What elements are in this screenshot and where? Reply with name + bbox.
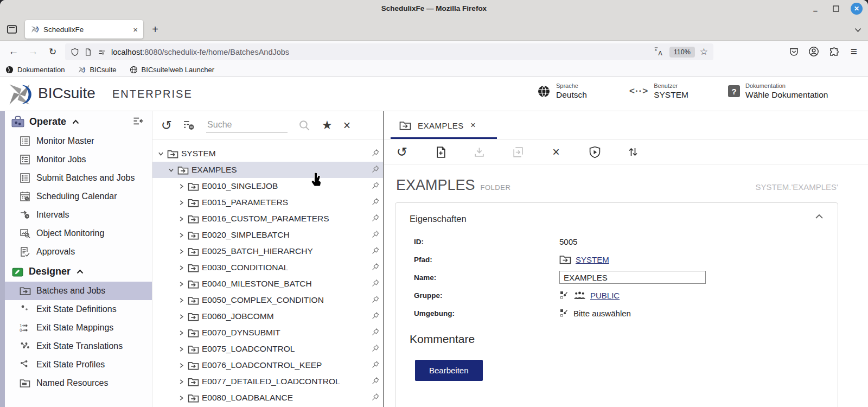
search-icon[interactable] — [298, 119, 311, 132]
sidebar-item-object-monitoring[interactable]: Object Monitoring — [5, 224, 152, 243]
pin-icon[interactable] — [372, 263, 380, 273]
documentation-selector[interactable]: ? Dokumentation Wähle Dokumentation — [728, 82, 828, 100]
user-selector[interactable]: <··> Benutzer SYSTEM — [629, 82, 688, 100]
account-button[interactable] — [807, 45, 820, 58]
language-selector[interactable]: Sprache Deutsch — [537, 82, 587, 100]
tree-item[interactable]: E0060_JOBCOMM — [152, 308, 383, 325]
sidebar-item-exit-state-mappings[interactable]: 10 Exit State Mappings — [5, 319, 152, 337]
tree-expand-chevron-icon[interactable] — [177, 330, 185, 336]
tree-item[interactable]: E0016_CUSTOM_PARAMETERS — [152, 211, 383, 227]
sidebar-item-batches-and-jobs[interactable]: Batches and Jobs — [5, 282, 152, 300]
tree-item[interactable]: E0050_COMPLEX_CONDITION — [152, 292, 383, 308]
run-protected-button[interactable] — [588, 145, 602, 159]
bookmark-dokumentation[interactable]: Dokumentation — [5, 66, 65, 74]
tree-item[interactable]: E0010_SINGLEJOB — [152, 178, 383, 194]
group-link[interactable]: PUBLIC — [590, 291, 620, 300]
pin-icon[interactable] — [372, 393, 380, 403]
choose-icon[interactable] — [559, 308, 569, 318]
translate-icon[interactable]: xA — [654, 47, 665, 57]
bookmark-star-icon[interactable]: ☆ — [700, 46, 708, 58]
pin-icon[interactable] — [372, 377, 380, 387]
sidebar-item-exit-state-translations[interactable]: Exit State Translations — [5, 337, 152, 355]
firefox-view-button[interactable] — [7, 24, 17, 35]
tree-item[interactable]: E0040_MILESTONE_BATCH — [152, 276, 383, 292]
tree-clear-icon[interactable]: × — [343, 118, 350, 133]
pin-icon[interactable] — [372, 311, 380, 322]
tree-item[interactable]: E0015_PARAMETERS — [152, 194, 383, 211]
pin-icon[interactable] — [372, 181, 380, 192]
maximize-button[interactable] — [830, 3, 842, 15]
tree-expand-chevron-icon[interactable] — [177, 395, 185, 401]
tree-expand-chevron-icon[interactable] — [177, 363, 185, 368]
sidebar-item-intervals[interactable]: Intervals — [5, 206, 152, 224]
sidebar-item-monitor-master[interactable]: Monitor Master — [5, 132, 152, 150]
pin-icon[interactable] — [372, 344, 380, 354]
sidebar-item-monitor-jobs[interactable]: Monitor Jobs — [5, 150, 152, 169]
extensions-button[interactable] — [827, 45, 840, 58]
page-info-icon[interactable] — [84, 48, 92, 56]
tree-expand-chevron-icon[interactable] — [177, 379, 185, 385]
browser-tab[interactable]: SchedulixFe × — [25, 20, 143, 39]
tree-expand-chevron-icon[interactable] — [177, 232, 185, 238]
pin-icon[interactable] — [372, 149, 380, 159]
tree-item[interactable]: E0076_LOADCONTROL_KEEP — [152, 357, 383, 373]
tab-close-icon[interactable]: × — [133, 25, 138, 34]
list-all-tabs-button[interactable] — [854, 25, 861, 35]
sort-button[interactable] — [626, 145, 640, 159]
pocket-button[interactable] — [787, 45, 800, 58]
tree-expand-chevron-icon[interactable] — [177, 314, 185, 320]
bookmark-bicsuite[interactable]: BICsuite — [78, 66, 116, 74]
sidebar-section-operate[interactable]: Operate — [5, 111, 152, 132]
submit-button[interactable] — [510, 145, 525, 159]
permissions-icon[interactable] — [97, 48, 106, 56]
tree-item[interactable]: E0080_LOADBALANCE — [152, 390, 383, 406]
forward-button[interactable]: → — [25, 41, 41, 62]
bookmark-launcher[interactable]: BICsuite!web Launcher — [130, 66, 214, 74]
choose-icon[interactable] — [559, 290, 569, 300]
back-button[interactable]: ← — [5, 41, 22, 62]
tree-expand-chevron-icon[interactable] — [177, 281, 185, 287]
shield-icon[interactable] — [71, 48, 79, 56]
sidebar-item-submit-batches[interactable]: Submit Batches and Jobs — [5, 169, 152, 187]
new-tab-button[interactable]: + — [148, 22, 163, 37]
sidebar-item-exit-state-profiles[interactable]: Exit State Profiles — [5, 355, 152, 374]
tree-item[interactable]: E0020_SIMPLEBATCH — [152, 227, 383, 243]
collapse-card-button[interactable] — [815, 212, 824, 221]
new-document-button[interactable] — [433, 145, 448, 159]
minimize-button[interactable]: – — [809, 3, 821, 15]
delete-button[interactable]: × — [549, 145, 563, 159]
edit-button[interactable]: Bearbeiten — [415, 360, 483, 381]
detail-tab-examples[interactable]: EXAMPLES × — [391, 111, 484, 139]
url-bar[interactable]: localhost:8080/schedulix-fe/home/Batches… — [65, 43, 713, 60]
pin-icon[interactable] — [372, 279, 380, 289]
close-button[interactable]: ✕ — [851, 3, 863, 15]
favorites-star-icon[interactable]: ★ — [322, 118, 333, 132]
sidebar-section-designer[interactable]: Designer — [5, 261, 152, 282]
pin-icon[interactable] — [372, 230, 380, 240]
collapse-sidebar-button[interactable] — [132, 117, 144, 128]
reload-button[interactable]: ↻ — [44, 41, 61, 62]
path-link[interactable]: SYSTEM — [576, 255, 609, 264]
tree-expand-chevron-icon[interactable] — [157, 151, 164, 157]
tree-expand-chevron-icon[interactable] — [167, 167, 175, 173]
tree-expand-chevron-icon[interactable] — [177, 297, 185, 303]
sidebar-item-approvals[interactable]: Approvals — [5, 243, 152, 261]
detail-tab-close-icon[interactable]: × — [470, 120, 476, 131]
sidebar-item-named-resources[interactable]: Named Resources — [5, 374, 152, 392]
tree-search-input[interactable] — [206, 119, 288, 132]
tree-refresh-button[interactable]: ↺ — [161, 119, 172, 132]
pin-icon[interactable] — [372, 214, 380, 224]
pin-icon[interactable] — [372, 328, 380, 338]
tree-expand-chevron-icon[interactable] — [177, 200, 185, 206]
tree-expand-chevron-icon[interactable] — [177, 249, 185, 255]
menu-button[interactable]: ≡ — [847, 45, 860, 58]
tree-item[interactable]: E0030_CONDITIONAL — [152, 259, 383, 276]
tree-expand-chevron-icon[interactable] — [177, 183, 185, 189]
tree-expand-chevron-icon[interactable] — [177, 346, 185, 352]
pin-icon[interactable] — [372, 198, 380, 208]
pin-icon[interactable] — [372, 246, 380, 257]
tree-item[interactable]: E0070_DYNSUBMIT — [152, 325, 383, 341]
pin-icon[interactable] — [372, 360, 380, 371]
tree-item[interactable]: E0077_DETAILED_LOADCONTROL — [152, 373, 383, 390]
sidebar-item-exit-state-definitions[interactable]: Exit State Definitions — [5, 300, 152, 319]
